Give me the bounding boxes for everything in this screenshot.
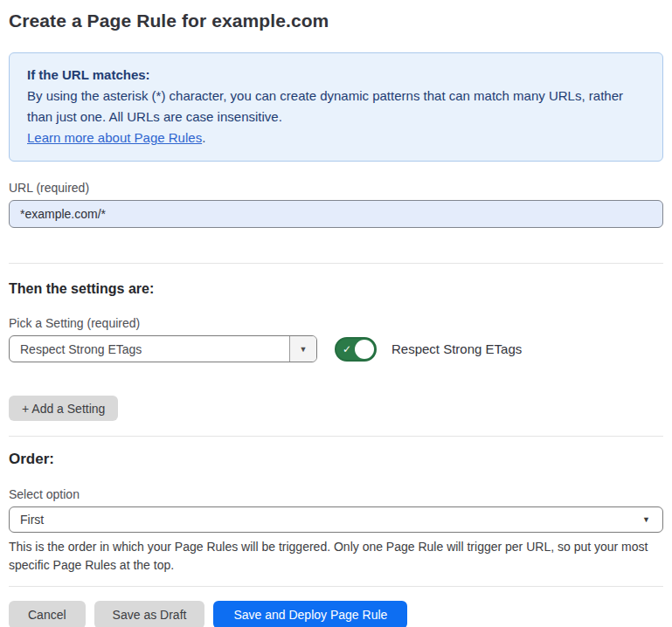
footer-actions: Cancel Save as Draft Save and Deploy Pag… [9,601,663,627]
checkmark-icon: ✓ [343,344,351,355]
url-match-info-box: If the URL matches: By using the asteris… [9,52,663,162]
dropdown-arrow-icon: ▼ [642,515,650,524]
cancel-button[interactable]: Cancel [9,601,86,627]
setting-picker-label: Pick a Setting (required) [9,316,663,330]
info-box-body: By using the asterisk (*) character, you… [27,86,645,127]
link-suffix: . [202,130,205,145]
order-select-value: First [20,513,44,527]
setting-select[interactable]: Respect Strong ETags ▼ [9,335,317,362]
setting-select-value: Respect Strong ETags [10,336,289,362]
info-box-link-line: Learn more about Page Rules. [27,127,645,148]
learn-more-link[interactable]: Learn more about Page Rules [27,130,202,145]
divider [9,586,663,587]
info-box-heading: If the URL matches: [27,65,645,86]
add-setting-button[interactable]: + Add a Setting [9,396,118,421]
order-section-heading: Order: [9,451,663,468]
setting-row: Respect Strong ETags ▼ ✓ Respect Strong … [9,335,663,362]
toggle-knob [355,340,374,359]
etags-toggle[interactable]: ✓ [335,337,377,362]
save-as-draft-button[interactable]: Save as Draft [94,601,205,627]
url-field-label: URL (required) [9,181,663,195]
url-input[interactable] [9,200,663,228]
settings-section-heading: Then the settings are: [9,281,663,297]
dropdown-arrow-icon: ▼ [300,345,308,354]
order-help-text: This is the order in which your Page Rul… [9,538,663,575]
page-rule-form: Create a Page Rule for example.com If th… [0,0,672,627]
setting-select-arrow-button[interactable]: ▼ [289,336,316,362]
toggle-label: Respect Strong ETags [391,341,522,356]
order-select-label: Select option [9,487,663,501]
page-title: Create a Page Rule for example.com [9,10,663,31]
divider [9,263,663,264]
save-and-deploy-button[interactable]: Save and Deploy Page Rule [213,601,407,627]
divider [9,436,663,437]
order-select[interactable]: First ▼ [9,506,663,533]
